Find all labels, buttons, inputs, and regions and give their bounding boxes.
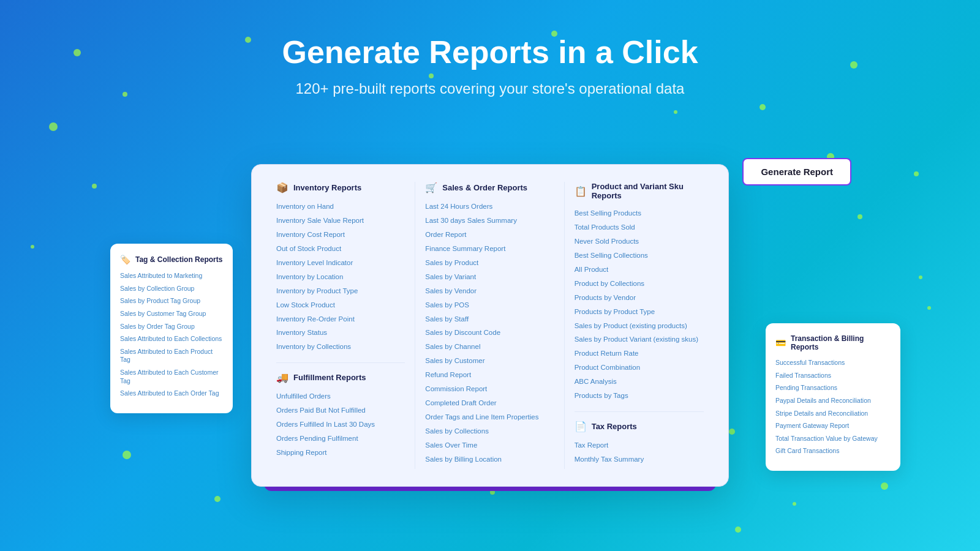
- sales-icon: 🛒: [425, 182, 437, 193]
- list-item[interactable]: Sales Over Time: [425, 441, 554, 450]
- list-item[interactable]: Total Products Sold: [575, 223, 704, 232]
- list-item[interactable]: Successful Transactions: [775, 359, 891, 367]
- list-item[interactable]: Sales by Staff: [425, 315, 554, 324]
- transaction-title: Transaction & Billing Reports: [791, 334, 891, 351]
- transaction-header: 💳 Transaction & Billing Reports: [775, 334, 891, 351]
- list-item[interactable]: Commission Report: [425, 384, 554, 394]
- list-item[interactable]: Last 30 days Sales Summary: [425, 216, 554, 225]
- list-item[interactable]: Sales by Channel: [425, 342, 554, 351]
- list-item[interactable]: Sales Attributed to Each Customer Tag: [120, 369, 223, 385]
- list-item[interactable]: Sales Attributed to Each Collections: [120, 335, 223, 343]
- list-item[interactable]: Sales by Billing Location: [425, 455, 554, 464]
- list-item[interactable]: Tax Report: [575, 441, 704, 450]
- list-item[interactable]: Sales by Order Tag Group: [120, 323, 223, 331]
- sales-order-reports-column: 🛒 Sales & Order Reports Last 24 Hours Or…: [415, 182, 564, 469]
- transaction-icon: 💳: [775, 338, 786, 348]
- list-item[interactable]: Sales by Product Tag Group: [120, 297, 223, 305]
- fulfillment-icon: 🚚: [276, 372, 288, 383]
- list-item[interactable]: Sales by POS: [425, 301, 554, 310]
- header-section: Generate Reports in a Click 120+ pre-bui…: [0, 0, 980, 97]
- list-item[interactable]: ABC Analysis: [575, 377, 704, 386]
- product-variant-column: 📋 Product and Variant Sku Reports Best S…: [565, 182, 714, 469]
- reports-grid: 📦 Inventory Reports Inventory on Hand In…: [266, 182, 714, 469]
- list-item[interactable]: Last 24 Hours Orders: [425, 202, 554, 211]
- list-item[interactable]: Stripe Details and Reconciliation: [775, 410, 891, 418]
- list-item[interactable]: Shipping Report: [276, 448, 405, 457]
- list-item[interactable]: Product Return Rate: [575, 349, 704, 358]
- tag-collection-card: 🏷️ Tag & Collection Reports Sales Attrib…: [110, 244, 233, 413]
- list-item[interactable]: Completed Draft Order: [425, 399, 554, 408]
- inventory-reports-title: Inventory Reports: [293, 183, 361, 192]
- list-item[interactable]: Orders Fulfilled In Last 30 Days: [276, 420, 405, 429]
- sales-order-header: 🛒 Sales & Order Reports: [425, 182, 554, 193]
- list-item[interactable]: Payment Gateway Report: [775, 422, 891, 430]
- fulfillment-header: 🚚 Fulfillment Reports: [276, 372, 405, 383]
- list-item[interactable]: Sales by Product: [425, 258, 554, 268]
- list-item[interactable]: Monthly Tax Summary: [575, 455, 704, 464]
- list-item[interactable]: All Product: [575, 265, 704, 274]
- list-item[interactable]: Never Sold Products: [575, 237, 704, 246]
- list-item[interactable]: Sales by Vendor: [425, 287, 554, 296]
- list-item[interactable]: Best Selling Products: [575, 209, 704, 218]
- list-item[interactable]: Failed Transactions: [775, 372, 891, 380]
- list-item[interactable]: Sales Attributed to Marketing: [120, 272, 223, 280]
- list-item[interactable]: Inventory by Collections: [276, 342, 405, 351]
- tax-title: Tax Reports: [592, 422, 637, 431]
- product-icon: 📋: [575, 186, 587, 197]
- sales-order-title: Sales & Order Reports: [442, 183, 527, 192]
- tax-section: 📄 Tax Reports Tax Report Monthly Tax Sum…: [575, 411, 704, 464]
- list-item[interactable]: Inventory by Product Type: [276, 287, 405, 296]
- list-item[interactable]: Inventory Level Indicator: [276, 258, 405, 268]
- list-item[interactable]: Out of Stock Product: [276, 244, 405, 253]
- tax-icon: 📄: [575, 421, 587, 432]
- inventory-icon: 📦: [276, 182, 288, 193]
- panel-accent: [264, 481, 716, 491]
- transaction-billing-card: 💳 Transaction & Billing Reports Successf…: [766, 323, 900, 471]
- list-item[interactable]: Sales by Collection Group: [120, 285, 223, 293]
- list-item[interactable]: Paypal Details and Reconciliation: [775, 397, 891, 405]
- list-item[interactable]: Finance Summary Report: [425, 244, 554, 253]
- list-item[interactable]: Sales by Collections: [425, 427, 554, 436]
- list-item[interactable]: Inventory on Hand: [276, 202, 405, 211]
- list-item[interactable]: Order Report: [425, 230, 554, 239]
- list-item[interactable]: Best Selling Collections: [575, 251, 704, 260]
- fulfillment-title: Fulfillment Reports: [293, 373, 366, 382]
- list-item[interactable]: Sales Attributed to Each Product Tag: [120, 348, 223, 364]
- list-item[interactable]: Refund Report: [425, 370, 554, 380]
- product-variant-title: Product and Variant Sku Reports: [592, 182, 704, 200]
- list-item[interactable]: Pending Transactions: [775, 384, 891, 392]
- list-item[interactable]: Products by Product Type: [575, 307, 704, 317]
- list-item[interactable]: Sales by Product Variant (existing skus): [575, 335, 704, 344]
- list-item[interactable]: Inventory Status: [276, 328, 405, 337]
- list-item[interactable]: Inventory Sale Value Report: [276, 216, 405, 225]
- reports-area: 🏷️ Tag & Collection Reports Sales Attrib…: [251, 164, 729, 487]
- list-item[interactable]: Orders Pending Fulfilment: [276, 434, 405, 443]
- fulfillment-section: 🚚 Fulfillment Reports Unfulfilled Orders…: [276, 362, 405, 457]
- list-item[interactable]: Sales by Product (existing products): [575, 321, 704, 331]
- tag-collection-icon: 🏷️: [120, 255, 130, 264]
- list-item[interactable]: Total Transaction Value by Gateway: [775, 435, 891, 443]
- list-item[interactable]: Low Stock Product: [276, 301, 405, 310]
- list-item[interactable]: Order Tags and Line Item Properties: [425, 413, 554, 422]
- inventory-reports-column: 📦 Inventory Reports Inventory on Hand In…: [266, 182, 415, 469]
- list-item[interactable]: Products by Vendor: [575, 293, 704, 302]
- list-item[interactable]: Inventory by Location: [276, 272, 405, 282]
- list-item[interactable]: Sales by Customer: [425, 356, 554, 365]
- list-item[interactable]: Orders Paid But Not Fulfilled: [276, 406, 405, 415]
- page-title: Generate Reports in a Click: [0, 34, 980, 70]
- page-subtitle: 120+ pre-built reports covering your sto…: [0, 80, 980, 97]
- product-variant-header: 📋 Product and Variant Sku Reports: [575, 182, 704, 200]
- list-item[interactable]: Gift Card Transactions: [775, 447, 891, 455]
- generate-report-button[interactable]: Generate Report: [742, 158, 851, 186]
- list-item[interactable]: Sales by Customer Tag Group: [120, 310, 223, 318]
- list-item[interactable]: Sales by Discount Code: [425, 328, 554, 337]
- list-item[interactable]: Product Combination: [575, 363, 704, 372]
- list-item[interactable]: Product by Collections: [575, 279, 704, 288]
- list-item[interactable]: Inventory Re-Order Point: [276, 315, 405, 324]
- list-item[interactable]: Products by Tags: [575, 391, 704, 400]
- list-item[interactable]: Sales Attributed to Each Order Tag: [120, 389, 223, 398]
- list-item[interactable]: Unfulfilled Orders: [276, 392, 405, 401]
- inventory-reports-header: 📦 Inventory Reports: [276, 182, 405, 193]
- list-item[interactable]: Sales by Variant: [425, 272, 554, 282]
- list-item[interactable]: Inventory Cost Report: [276, 230, 405, 239]
